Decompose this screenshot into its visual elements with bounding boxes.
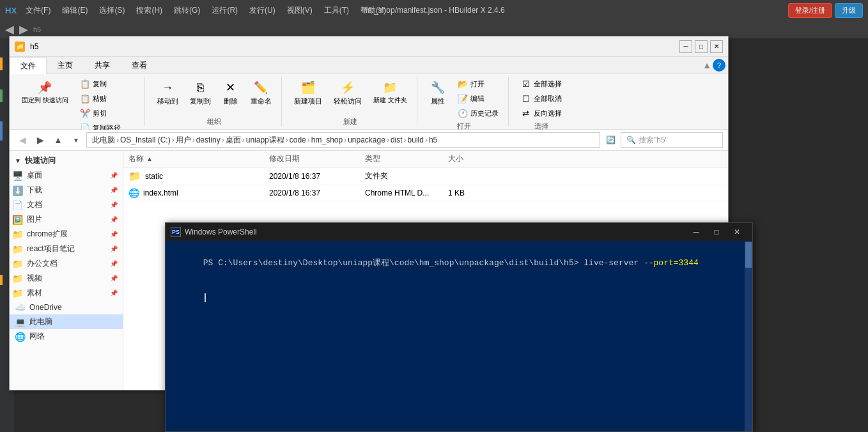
sidebar-item-office[interactable]: 📁 办公文档 📌 xyxy=(10,256,123,271)
fe-easy-access-button[interactable]: ⚡ 轻松访问 xyxy=(329,77,366,109)
pin-indicator7: 📌 xyxy=(110,260,118,267)
sidebar-item-chrome[interactable]: 📁 chrome扩展 📌 xyxy=(10,227,123,242)
fe-deselect-label: 全部取消 xyxy=(534,94,562,104)
ps-title-text: Windows PowerShell xyxy=(185,228,257,236)
menu-file[interactable]: 文件(F) xyxy=(20,4,56,17)
fe-tab-view[interactable]: 查看 xyxy=(121,57,158,73)
crumb-unpackage: unpackage xyxy=(348,135,385,144)
fe-pin-quickaccess-button[interactable]: 📌 固定到 快速访问 xyxy=(17,77,73,107)
crumb-computer: 此电脑 xyxy=(92,135,115,146)
delete-icon: ✕ xyxy=(223,80,238,95)
upgrade-button[interactable]: 升级 xyxy=(835,3,863,18)
col-header-name[interactable]: 名称 ▲ xyxy=(128,153,269,164)
fe-open-small-btns: 📂 打开 📝 编辑 🕐 历史记录 xyxy=(453,77,503,120)
fe-up-button[interactable]: ▲ xyxy=(50,132,66,148)
table-row[interactable]: 📁 static 2020/1/8 16:37 文件夹 xyxy=(123,167,728,185)
fe-move-label: 移动到 xyxy=(157,96,178,106)
fe-edit-label: 编辑 xyxy=(470,94,484,104)
fe-rename-button[interactable]: ✏️ 重命名 xyxy=(246,77,276,109)
ps-command-line: PS C:\Users\destiny\Desktop\uniapp课程\cod… xyxy=(173,246,745,281)
fe-minimize-button[interactable]: ─ xyxy=(679,40,692,53)
react-folder-icon: 📁 xyxy=(12,244,23,254)
fe-paste-button[interactable]: 📋 粘贴 xyxy=(75,91,139,105)
menu-select[interactable]: 选择(S) xyxy=(94,4,130,17)
fe-rename-label: 重命名 xyxy=(251,96,272,106)
new-folder-icon: 📁 xyxy=(382,80,398,95)
fe-move-button[interactable]: → 移动到 xyxy=(153,77,183,109)
fe-ribbon: 文件 主页 共享 查看 ▲ ? 📌 固定到 快速访问 xyxy=(10,57,728,130)
menu-goto[interactable]: 跳转(G) xyxy=(169,4,205,17)
fe-back-button[interactable]: ◀ xyxy=(15,132,30,148)
fe-copyto-button[interactable]: ⎘ 复制到 xyxy=(185,77,215,109)
fe-organize-group: → 移动到 ⎘ 复制到 ✕ 删除 ✏️ 重命名 xyxy=(148,77,282,127)
menu-release[interactable]: 发行(U) xyxy=(244,4,281,17)
fe-title-icon: 📁 xyxy=(15,42,25,52)
sidebar-item-onedrive[interactable]: ☁️ OneDrive xyxy=(10,300,123,314)
fe-cut-button[interactable]: ✂️ 剪切 xyxy=(75,106,139,120)
login-button[interactable]: 登录/注册 xyxy=(788,3,832,18)
fe-tab-share[interactable]: 共享 xyxy=(84,57,121,73)
crumb-os: OS_Install (C:) xyxy=(120,135,171,144)
fe-help-button[interactable]: ? xyxy=(713,59,725,72)
fe-maximize-button[interactable]: □ xyxy=(695,40,708,53)
fe-history-button[interactable]: 🕐 历史记录 xyxy=(453,106,503,120)
fe-recent-button[interactable]: ▼ xyxy=(68,132,84,148)
fe-properties-button[interactable]: 🔧 属性 xyxy=(425,77,451,109)
toolbar-icon-1: ◀ xyxy=(5,22,14,36)
sidebar-item-pictures[interactable]: 🖼️ 图片 📌 xyxy=(10,212,123,227)
sidebar-item-quickaccess[interactable]: ▼ 快速访问 xyxy=(10,153,123,168)
pin-indicator: 📌 xyxy=(110,172,118,179)
fe-invert-button[interactable]: ⇄ 反向选择 xyxy=(516,106,566,120)
move-icon: → xyxy=(160,80,175,95)
pin-indicator5: 📌 xyxy=(110,231,118,238)
ps-minimize-button[interactable]: ─ xyxy=(686,223,706,241)
sidebar-item-downloads[interactable]: ⬇️ 下载 📌 xyxy=(10,183,123,197)
menu-run[interactable]: 运行(R) xyxy=(206,4,243,17)
fe-select-all-button[interactable]: ☑ 全部选择 xyxy=(516,77,566,91)
sidebar-item-desktop[interactable]: 🖥️ 桌面 📌 xyxy=(10,168,123,183)
menu-edit[interactable]: 编辑(E) xyxy=(57,4,93,17)
sidebar-item-react[interactable]: 📁 react项目笔记 📌 xyxy=(10,242,123,256)
fe-tab-file[interactable]: 文件 xyxy=(10,58,47,74)
ps-scrollbar-thumb[interactable] xyxy=(745,242,752,268)
fe-edit-button[interactable]: 📝 编辑 xyxy=(453,91,503,105)
folder-icon: 📁 xyxy=(128,170,141,182)
sidebar-item-videos[interactable]: 📁 视频 📌 xyxy=(10,271,123,286)
ps-maximize-button[interactable]: □ xyxy=(706,223,727,241)
ps-close-button[interactable]: ✕ xyxy=(727,223,747,241)
fe-forward-button[interactable]: ▶ xyxy=(33,132,48,148)
fe-ribbon-up-icon[interactable]: ▲ xyxy=(702,60,711,70)
ps-scrollbar[interactable] xyxy=(745,241,752,431)
fe-open-button[interactable]: 📂 打开 xyxy=(453,77,503,91)
col-header-type[interactable]: 类型 xyxy=(365,153,448,164)
fe-search-box[interactable]: 🔍 搜索"h5" xyxy=(621,132,723,148)
fe-refresh-button[interactable]: 🔄 xyxy=(603,132,618,148)
table-row[interactable]: 🌐 index.html 2020/1/8 16:37 Chrome HTML … xyxy=(123,185,728,201)
menu-tools[interactable]: 工具(T) xyxy=(319,4,354,17)
fe-history-label: 历史记录 xyxy=(470,109,499,118)
fe-delete-button[interactable]: ✕ 删除 xyxy=(218,77,244,109)
fe-copy-button[interactable]: 📋 复制 xyxy=(75,77,139,91)
fe-deselect-button[interactable]: ☐ 全部取消 xyxy=(516,91,566,105)
menu-search[interactable]: 搜索(H) xyxy=(131,4,167,17)
col-header-size[interactable]: 大小 xyxy=(448,153,499,164)
fe-file-tbody: 📁 static 2020/1/8 16:37 文件夹 🌐 index.html xyxy=(123,167,728,201)
fe-address-path[interactable]: 此电脑 › OS_Install (C:) › 用户 › destiny › 桌… xyxy=(86,132,600,148)
sidebar-desktop-label: 桌面 xyxy=(27,170,42,181)
col-header-date[interactable]: 修改日期 xyxy=(269,153,365,164)
desktop-icon: 🖥️ xyxy=(12,171,23,181)
fe-tab-home[interactable]: 主页 xyxy=(47,57,84,73)
fe-new-folder-button[interactable]: 📁 新建 文件夹 xyxy=(369,77,412,107)
fe-new-project-button[interactable]: 🗂️ 新建项目 xyxy=(290,77,327,109)
sidebar-item-materials[interactable]: 📁 素材 📌 xyxy=(10,286,123,300)
sidebar-item-thispc[interactable]: 💻 此电脑 xyxy=(10,314,123,329)
sidebar-item-network[interactable]: 🌐 网络 xyxy=(10,329,123,344)
file-col-date: 2020/1/8 16:37 xyxy=(269,172,365,181)
menu-view[interactable]: 视图(V) xyxy=(282,4,318,17)
fe-search-placeholder: 搜索"h5" xyxy=(639,135,668,146)
fe-close-button[interactable]: ✕ xyxy=(710,40,723,53)
fe-select-group: ☑ 全部选择 ☐ 全部取消 ⇄ 反向选择 选择 xyxy=(511,77,571,127)
fe-ribbon-controls: ▲ ? xyxy=(700,57,728,73)
sidebar-item-documents[interactable]: 📄 文档 📌 xyxy=(10,197,123,212)
thispc-icon: 💻 xyxy=(15,317,26,327)
